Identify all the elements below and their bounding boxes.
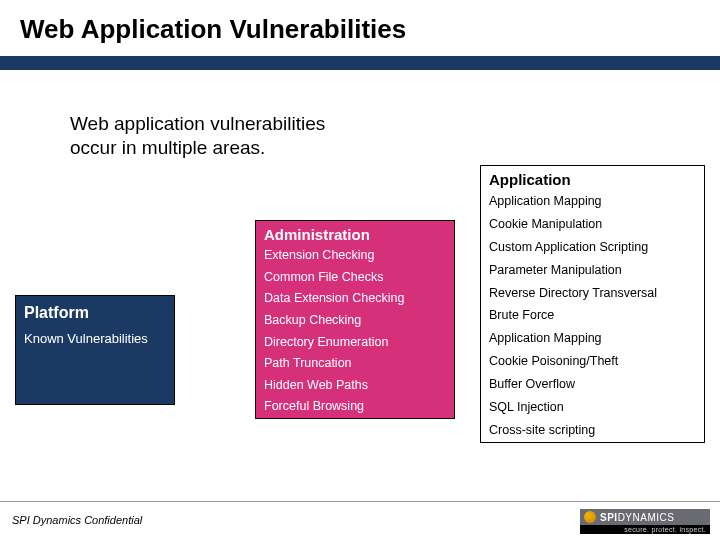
administration-item: Hidden Web Paths <box>256 375 454 397</box>
application-box: Application Application Mapping Cookie M… <box>480 165 705 443</box>
administration-item: Extension Checking <box>256 245 454 267</box>
administration-item: Data Extension Checking <box>256 288 454 310</box>
platform-box-title: Platform <box>16 296 174 328</box>
administration-box: Administration Extension Checking Common… <box>255 220 455 419</box>
platform-item: Known Vulnerabilities <box>16 328 174 350</box>
logo-tagline: secure. protect. inspect. <box>580 525 710 534</box>
administration-box-title: Administration <box>256 221 454 245</box>
logo-brand-prefix: SPI <box>600 512 618 523</box>
application-box-title: Application <box>481 166 704 190</box>
application-item: Application Mapping <box>481 190 704 213</box>
subtitle-line-1: Web application vulnerabilities <box>70 113 325 134</box>
logo-top-row: SPIDYNAMICS <box>580 509 710 525</box>
footer-divider <box>0 501 720 502</box>
application-item: Cookie Poisoning/Theft <box>481 350 704 373</box>
application-item: Cookie Manipulation <box>481 213 704 236</box>
administration-item: Path Truncation <box>256 353 454 375</box>
platform-box: Platform Known Vulnerabilities <box>15 295 175 405</box>
spi-dynamics-logo: SPIDYNAMICS secure. protect. inspect. <box>580 509 710 534</box>
administration-item: Directory Enumeration <box>256 332 454 354</box>
administration-item: Forceful Browsing <box>256 396 454 418</box>
administration-item: Common File Checks <box>256 267 454 289</box>
administration-item: Backup Checking <box>256 310 454 332</box>
application-item: Reverse Directory Transversal <box>481 282 704 305</box>
confidential-label: SPI Dynamics Confidential <box>12 514 142 526</box>
logo-brand-suffix: DYNAMICS <box>618 512 675 523</box>
globe-icon <box>584 511 596 523</box>
slide: Web Application Vulnerabilities Web appl… <box>0 0 720 540</box>
application-item: Parameter Manipulation <box>481 259 704 282</box>
application-item: Application Mapping <box>481 327 704 350</box>
application-item: Custom Application Scripting <box>481 236 704 259</box>
logo-brand: SPIDYNAMICS <box>600 512 674 523</box>
application-item: Cross-site scripting <box>481 419 704 442</box>
subtitle-line-2: occur in multiple areas. <box>70 137 265 158</box>
title-underline-bar <box>0 56 720 70</box>
application-item: Brute Force <box>481 304 704 327</box>
application-item: SQL Injection <box>481 396 704 419</box>
subtitle: Web application vulnerabilities occur in… <box>70 112 325 160</box>
slide-title: Web Application Vulnerabilities <box>20 14 406 45</box>
application-item: Buffer Overflow <box>481 373 704 396</box>
